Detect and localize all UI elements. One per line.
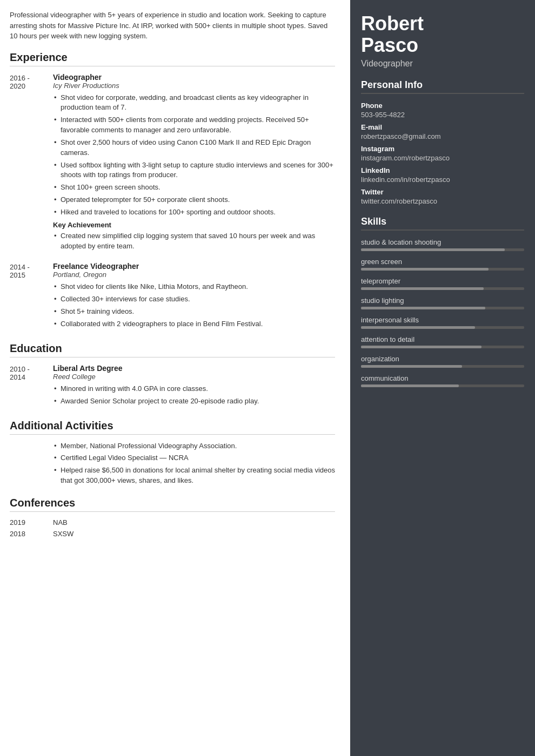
bullet-item: Collected 30+ interviews for case studie… [53,294,335,305]
conf-name-1: NAB [53,518,68,526]
bullet-item: Shot 5+ training videos. [53,307,335,317]
bullet-item: Collaborated with 2 videographers to pla… [53,319,335,329]
twitter-value: twitter.com/robertzpasco [361,197,524,205]
education-content-1: Liberal Arts Degree Reed College Minored… [53,364,335,409]
skill-bar-fill-1 [361,248,505,251]
linkedin-label: LinkedIn [361,166,524,174]
conference-row-2: 2018 SXSW [10,530,335,538]
skill-bar-bg-4 [361,307,524,309]
linkedin-value: linkedin.com/in/robertzpasco [361,176,524,184]
skill-name-6: attention to detail [361,335,524,343]
name-block: Robert Pasco Videographer [361,13,524,69]
bullet-item: Used softbox lighting with 3-light setup… [53,160,335,181]
skill-bar-bg-7 [361,365,524,368]
key-achievement-item: Created new simplified clip logging syst… [53,231,335,252]
skills-title: Skills [361,216,524,231]
first-name: Robert [361,12,424,35]
phone-value: 503-955-4822 [361,111,524,119]
linkedin-block: LinkedIn linkedin.com/in/robertzpasco [361,166,524,184]
conferences-section: Conferences 2019 NAB 2018 SXSW [10,497,335,538]
activity-item: Certified Legal Video Specialist — NCRA [53,453,335,463]
skill-item-1: studio & location shooting [361,238,524,251]
skill-bar-bg-8 [361,384,524,387]
twitter-block: Twitter twitter.com/robertzpasco [361,188,524,205]
experience-entry-1: 2016 -2020 Videographer Icy River Produc… [10,73,335,254]
skill-item-6: attention to detail [361,335,524,348]
skill-name-8: communication [361,374,524,382]
skill-name-3: teleprompter [361,277,524,285]
education-section: Education 2010 -2014 Liberal Arts Degree… [10,342,335,409]
conf-year-1: 2019 [10,518,53,526]
bullet-item: Shot 100+ green screen shoots. [53,183,335,193]
skill-item-8: communication [361,374,524,387]
bullets-1: Shot video for corporate, wedding, and b… [53,93,335,218]
education-date-1: 2010 -2014 [10,364,53,409]
twitter-label: Twitter [361,188,524,196]
bullet-item: Shot video for corporate, wedding, and b… [53,93,335,113]
activities-section: Additional Activities Member, National P… [10,420,335,486]
skill-name-2: green screen [361,258,524,266]
activity-item: Helped raise $6,500 in donations for loc… [53,465,335,486]
activity-item: Member, National Professional Videograph… [53,441,335,451]
last-name: Pasco [361,34,418,56]
resume-name: Robert Pasco [361,13,524,56]
skill-bar-bg-3 [361,287,524,290]
activities-title: Additional Activities [10,420,335,435]
skill-bar-bg-5 [361,326,524,329]
instagram-value: instagram.com/robertzpasco [361,154,524,162]
skill-bar-bg-6 [361,346,524,348]
key-achievement-list: Created new simplified clip logging syst… [53,231,335,252]
education-title: Education [10,342,335,357]
personal-info-title: Personal Info [361,79,524,94]
experience-date-1: 2016 -2020 [10,73,53,254]
left-column: Professional videographer with 5+ years … [0,0,350,756]
activities-content: Member, National Professional Videograph… [10,441,335,486]
skill-name-7: organization [361,355,524,363]
skill-bar-fill-8 [361,384,459,387]
resume-title: Videographer [361,59,524,69]
activities-list: Member, National Professional Videograph… [53,441,335,486]
skill-bar-fill-5 [361,326,475,329]
skill-item-5: interpersonal skills [361,316,524,329]
bullet-item: Shot over 2,500 hours of video using Can… [53,138,335,158]
personal-info-section: Personal Info Phone 503-955-4822 E-mail … [361,79,524,205]
education-entry-1: 2010 -2014 Liberal Arts Degree Reed Coll… [10,364,335,409]
email-block: E-mail robertzpasco@gmail.com [361,123,524,140]
school-name: Reed College [53,373,335,381]
skill-bar-fill-3 [361,287,484,290]
company-1: Icy River Productions [53,82,335,90]
degree-title: Liberal Arts Degree [53,364,335,373]
skill-item-2: green screen [361,258,524,271]
conf-name-2: SXSW [53,530,73,538]
skill-bar-fill-7 [361,365,462,368]
experience-content-2: Freelance Videographer Portland, Oregon … [53,262,335,331]
experience-entry-2: 2014 -2015 Freelance Videographer Portla… [10,262,335,331]
skills-section: Skills studio & location shooting green … [361,216,524,387]
company-2: Portland, Oregon [53,271,335,279]
bullet-item: Hiked and traveled to locations for 100+… [53,207,335,218]
skill-item-7: organization [361,355,524,368]
skill-bar-fill-6 [361,346,482,348]
experience-section: Experience 2016 -2020 Videographer Icy R… [10,51,335,332]
experience-date-2: 2014 -2015 [10,262,53,331]
bullet-item: Shot video for clients like Nike, Lithia… [53,282,335,292]
instagram-block: Instagram instagram.com/robertzpasco [361,145,524,162]
skill-item-3: teleprompter [361,277,524,290]
instagram-label: Instagram [361,145,524,153]
conference-row-1: 2019 NAB [10,518,335,526]
experience-content-1: Videographer Icy River Productions Shot … [53,73,335,254]
right-column: Robert Pasco Videographer Personal Info … [350,0,535,756]
skill-bar-fill-4 [361,307,485,309]
phone-label: Phone [361,102,524,110]
skill-name-4: studio lighting [361,296,524,305]
key-achievement-label: Key Achievement [53,221,335,229]
bullet-item: Minored in writing with 4.0 GPA in core … [53,384,335,394]
phone-block: Phone 503-955-4822 [361,102,524,119]
skill-bar-fill-2 [361,268,489,271]
skill-bar-bg-2 [361,268,524,271]
bullet-item: Interacted with 500+ clients from corpor… [53,115,335,136]
bullet-item: Awarded Senior Scholar project to create… [53,396,335,407]
job-title-2: Freelance Videographer [53,262,335,271]
conf-year-2: 2018 [10,530,53,538]
summary: Professional videographer with 5+ years … [10,10,335,42]
